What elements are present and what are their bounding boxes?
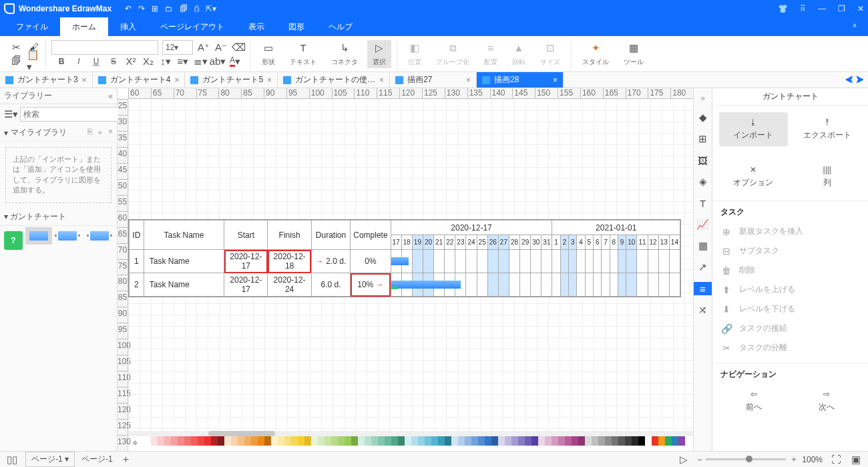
close-button[interactable]: ✕ xyxy=(857,4,864,13)
color-swatch[interactable] xyxy=(191,436,198,446)
fill-tool-icon[interactable]: ◆ xyxy=(696,111,710,124)
color-swatch[interactable] xyxy=(278,436,284,446)
color-swatch[interactable] xyxy=(244,436,251,446)
color-swatch[interactable] xyxy=(198,436,204,446)
color-swatch[interactable] xyxy=(358,436,365,446)
apps-icon[interactable]: ⠿ xyxy=(800,4,806,13)
print-icon[interactable]: ⎙ xyxy=(194,4,199,13)
color-swatch[interactable] xyxy=(365,436,371,446)
color-swatch[interactable] xyxy=(231,436,238,446)
rotate-button[interactable]: ▲回転 xyxy=(507,40,531,68)
color-swatch[interactable] xyxy=(204,436,211,446)
color-swatch[interactable] xyxy=(585,436,592,446)
color-swatch[interactable] xyxy=(171,436,178,446)
bold-icon[interactable]: B xyxy=(55,55,68,68)
style-button[interactable]: ✦スタイル xyxy=(577,40,614,68)
doc-tab[interactable]: 描画28× xyxy=(477,72,564,88)
collapse-library-icon[interactable]: « xyxy=(108,92,113,101)
column-button[interactable]: ||||列 xyxy=(793,160,862,194)
mylib-label[interactable]: マイライブラリ xyxy=(11,127,67,138)
color-swatch[interactable] xyxy=(238,436,244,446)
color-swatch[interactable] xyxy=(271,436,278,446)
task-action[interactable]: ⬆レベルを上げる xyxy=(720,280,860,299)
fullscreen-icon[interactable]: ⛶ xyxy=(829,453,843,466)
color-swatch[interactable] xyxy=(511,436,518,446)
color-swatch[interactable] xyxy=(578,436,585,446)
color-swatch[interactable] xyxy=(672,436,678,446)
task-action[interactable]: ⊕新規タスクを挿入 xyxy=(720,222,860,241)
menu-insert[interactable]: 挿入 xyxy=(108,17,148,36)
color-swatch[interactable] xyxy=(324,436,331,446)
shuffle-tool-icon[interactable]: ⤨ xyxy=(696,303,710,317)
color-swatch[interactable] xyxy=(331,436,338,446)
color-swatch[interactable] xyxy=(505,436,511,446)
color-swatch[interactable] xyxy=(371,436,378,446)
color-swatch[interactable] xyxy=(385,436,391,446)
doc-tab[interactable]: 描画27× xyxy=(390,72,477,88)
color-swatch[interactable] xyxy=(438,436,445,446)
color-swatch[interactable] xyxy=(538,436,545,446)
strike-icon[interactable]: S xyxy=(107,55,120,68)
doc-tab[interactable]: ガントチャート5× xyxy=(185,72,278,88)
color-swatch[interactable] xyxy=(598,436,605,446)
collapse-ribbon-icon[interactable]: ＾ xyxy=(851,21,859,33)
zoom-control[interactable]: − ＋ 100% xyxy=(697,454,823,465)
color-swatch[interactable] xyxy=(478,436,485,446)
export-button[interactable]: ⭱エクスポート xyxy=(793,112,862,146)
color-swatch[interactable] xyxy=(378,436,385,446)
doc-tab[interactable]: ガントチャートの使…× xyxy=(278,72,390,88)
textcase-icon[interactable]: ab▾ xyxy=(211,55,224,68)
cut-icon[interactable]: ✂ xyxy=(9,41,23,54)
italic-icon[interactable]: I xyxy=(72,55,85,68)
search-input[interactable] xyxy=(20,107,127,122)
color-swatch[interactable] xyxy=(264,436,271,446)
color-swatch[interactable] xyxy=(645,436,652,446)
underline-icon[interactable]: U xyxy=(89,55,103,68)
color-swatch[interactable] xyxy=(258,436,264,446)
color-swatch[interactable] xyxy=(451,436,458,446)
close-tab-icon[interactable]: × xyxy=(82,75,87,85)
color-swatch[interactable] xyxy=(251,436,258,446)
color-swatch[interactable] xyxy=(632,436,638,446)
fit-icon[interactable]: ▣ xyxy=(849,453,863,466)
size-button[interactable]: ⊡サイズ xyxy=(535,40,566,68)
color-swatch[interactable] xyxy=(431,436,438,446)
linespacing-icon[interactable]: ↕▾ xyxy=(159,55,172,68)
close-tab-icon[interactable]: × xyxy=(553,75,558,85)
task-action[interactable]: 🗑削除 xyxy=(720,261,860,280)
text-tool-icon[interactable]: T xyxy=(696,196,710,210)
color-swatch[interactable] xyxy=(291,436,298,446)
eyedropper-icon[interactable]: ⌖ xyxy=(128,436,142,450)
color-swatch[interactable] xyxy=(652,436,658,446)
text-button[interactable]: Tテキスト xyxy=(284,40,322,68)
color-swatch[interactable] xyxy=(298,436,304,446)
connector-tool-icon[interactable]: ↗ xyxy=(696,261,710,274)
task-action[interactable]: ✂タスクの分離 xyxy=(720,338,860,357)
gantt-shape-1[interactable] xyxy=(29,231,48,250)
tab-next-icon[interactable]: ⮞ xyxy=(856,75,864,85)
bullets-icon[interactable]: ≡▾ xyxy=(176,55,190,68)
color-swatch[interactable] xyxy=(665,436,672,446)
open-icon[interactable]: 🗀 xyxy=(165,4,173,13)
add-page-icon[interactable]: ＋ xyxy=(120,453,133,466)
color-swatch[interactable] xyxy=(351,436,358,446)
menu-home[interactable]: ホーム xyxy=(60,17,108,36)
doc-tab[interactable]: ガントチャート3× xyxy=(0,72,93,88)
color-swatch[interactable] xyxy=(311,436,318,446)
copy-icon[interactable]: 🗐 xyxy=(9,54,23,67)
position-button[interactable]: ◧位置 xyxy=(403,40,427,68)
close-tab-icon[interactable]: × xyxy=(466,75,471,85)
decrease-font-icon[interactable]: A⁻ xyxy=(214,41,228,54)
color-swatch[interactable] xyxy=(418,436,425,446)
color-swatch[interactable] xyxy=(531,436,538,446)
color-swatch[interactable] xyxy=(471,436,478,446)
color-swatch[interactable] xyxy=(485,436,491,446)
color-swatch[interactable] xyxy=(458,436,465,446)
align-button[interactable]: ≡配置 xyxy=(479,40,503,68)
page-select[interactable]: ページ-1 ▾ xyxy=(25,452,75,467)
color-swatch[interactable] xyxy=(565,436,572,446)
zoom-in-icon[interactable]: ＋ xyxy=(790,454,798,465)
select-button[interactable]: ▷選択 xyxy=(367,40,391,68)
shirt-icon[interactable]: 👕 xyxy=(778,4,788,13)
task-action[interactable]: 🔗タスクの接続 xyxy=(720,319,860,338)
